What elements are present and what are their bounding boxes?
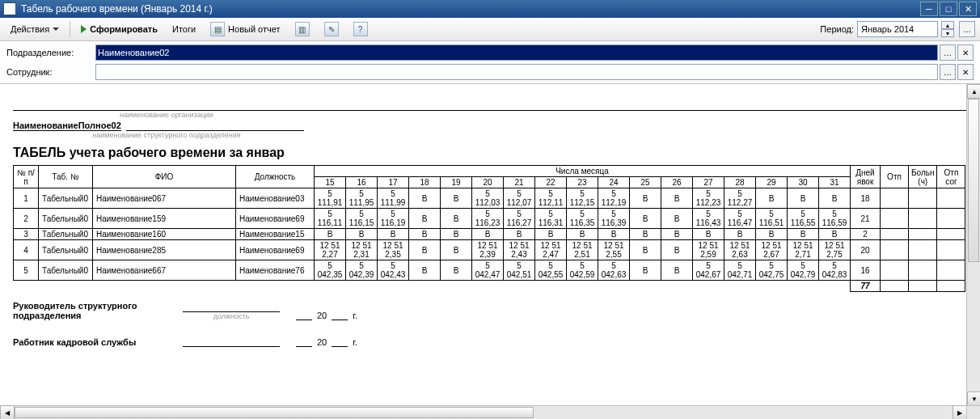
form-label: Сформировать [90, 24, 158, 34]
report-scroll[interactable]: наименование организации НаименованиеПол… [0, 84, 980, 419]
employee-input[interactable] [95, 64, 938, 80]
minimize-button[interactable]: ─ [920, 2, 938, 16]
department-label: Подразделение: [6, 48, 95, 57]
vertical-scrollbar[interactable]: ▲ ▼ [966, 84, 980, 406]
sign-post-caption: должность [183, 312, 280, 320]
table-row: 1Табельный0Наименование067Наименование03… [14, 188, 965, 209]
scroll-left-button[interactable]: ◀ [0, 405, 15, 419]
actions-label: Действия [11, 24, 49, 34]
scroll-corner [966, 405, 980, 419]
sign-year-prefix: 20 [317, 311, 327, 320]
table-row: 5Табельный0Наименование667Наименование76… [14, 260, 965, 281]
department-input[interactable]: Наименование02 [95, 44, 938, 61]
scroll-down-button[interactable]: ▼ [967, 391, 980, 406]
totals-button[interactable]: Итоги [167, 22, 201, 36]
separator [70, 21, 70, 37]
period-label: Период: [820, 24, 854, 34]
department-clear-button[interactable]: ✕ [957, 44, 974, 61]
timesheet-table: № п/пТаб. №ФИОДолжностьЧисла месяцаДней … [13, 165, 965, 292]
period-value: Январь 2014 [861, 24, 914, 34]
org-line [13, 99, 967, 111]
app-icon [3, 2, 16, 15]
report-area: наименование организации НаименованиеПол… [0, 84, 980, 419]
new-report-label: Новый отчет [228, 24, 280, 34]
spin-down[interactable]: ▼ [941, 29, 954, 37]
maximize-button[interactable]: □ [940, 2, 957, 16]
chevron-down-icon [53, 28, 59, 31]
tool-button-2[interactable]: ✎ [319, 19, 344, 39]
filters: Подразделение: Наименование02 … ✕ Сотруд… [0, 41, 980, 84]
table-row: 2Табельный0Наименование159Наименование69… [14, 209, 965, 229]
new-report-button[interactable]: ▤ Новый отчет [205, 19, 285, 39]
org-caption: наименование организации [13, 111, 320, 119]
subdivision-caption: наименование структурного подразделения [13, 131, 320, 139]
employee-choose-button[interactable]: … [940, 64, 956, 80]
help-button[interactable]: ? [348, 19, 374, 39]
play-icon [81, 25, 87, 33]
table-row: 4Табельный0Наименование285Наименование69… [14, 240, 965, 260]
toolbar: Действия Сформировать Итоги ▤ Новый отче… [0, 18, 980, 41]
horizontal-scrollbar[interactable]: ◀ ▶ [0, 405, 967, 419]
subdivision-name: НаименованиеПолное02 [13, 121, 121, 131]
brush-icon: ✎ [324, 22, 339, 36]
sign-hr-post-line [183, 335, 280, 347]
vscroll-thumb[interactable] [968, 99, 979, 262]
sign-hr-label: Работник кадровой службы [13, 337, 167, 347]
employee-label: Сотрудник: [6, 67, 95, 77]
scroll-right-button[interactable]: ▶ [953, 405, 967, 419]
tool-button-1[interactable]: ▥ [289, 19, 315, 39]
document-title: ТАБЕЛЬ учета рабочего времени за январ [13, 146, 967, 160]
titlebar: Табель рабочего времени (Январь 2014 г.)… [0, 0, 980, 18]
table-row: 3Табельный0Наименование160Наименование15… [14, 229, 965, 240]
department-value: Наименование02 [98, 48, 170, 57]
scroll-up-button[interactable]: ▲ [967, 84, 980, 99]
period-picker-button[interactable]: … [959, 21, 975, 37]
employee-clear-button[interactable]: ✕ [957, 64, 974, 80]
document-icon: ▤ [210, 22, 225, 36]
sign-head-label: Руководитель структурного подразделения [13, 301, 167, 320]
sign-head-post-line [183, 300, 280, 312]
period-spinner[interactable]: ▲ ▼ [941, 21, 954, 37]
hscroll-thumb[interactable] [15, 407, 534, 418]
form-button[interactable]: Сформировать [75, 22, 163, 36]
period-field[interactable]: Январь 2014 [857, 21, 938, 37]
spin-up[interactable]: ▲ [941, 21, 954, 29]
sign-year-suffix: г. [353, 311, 357, 320]
actions-menu[interactable]: Действия [5, 22, 65, 36]
close-button[interactable]: ✕ [959, 2, 977, 16]
department-choose-button[interactable]: … [940, 44, 956, 61]
page-icon: ▥ [295, 22, 310, 36]
window-title: Табель рабочего времени (Январь 2014 г.) [21, 3, 919, 15]
help-icon: ? [353, 22, 368, 36]
